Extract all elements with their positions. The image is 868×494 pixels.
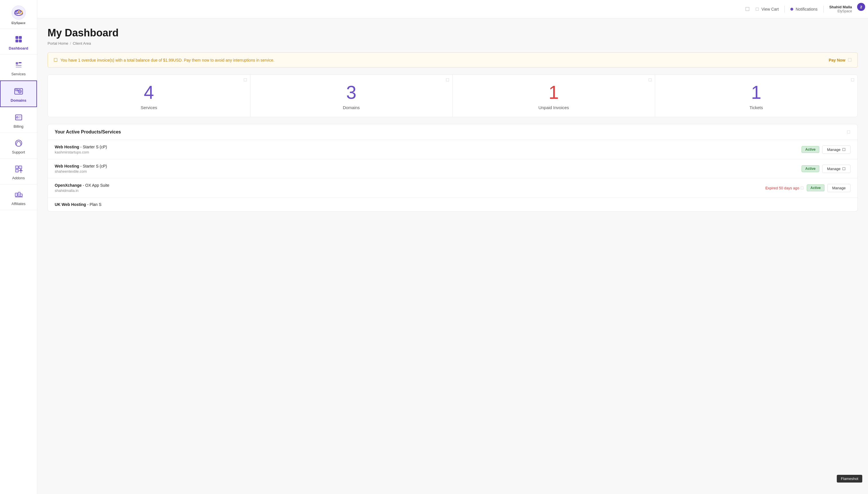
page-title: My Dashboard — [48, 27, 858, 39]
sidebar-item-billing[interactable]: $ Billing — [0, 107, 37, 133]
stat-corner-icon-tickets: ☐ — [851, 78, 854, 82]
support-icon — [14, 138, 24, 148]
notifications[interactable]: Notifications — [790, 7, 817, 12]
header-checkbox-icon[interactable]: ☐ — [745, 6, 750, 12]
svg-rect-28 — [16, 169, 18, 172]
product-actions: Expired 50 days ago ☐ Active Manage — [765, 184, 851, 192]
cart-checkbox: ☐ — [755, 7, 759, 12]
logo-icon — [11, 5, 26, 20]
user-name: Shahid Malla — [829, 5, 852, 9]
product-name: Web Hosting - Starter S (cP) — [55, 145, 107, 149]
svg-rect-8 — [19, 39, 22, 42]
affiliates-icon — [14, 190, 24, 200]
notification-badge[interactable]: 2 — [857, 3, 865, 11]
product-domain: kashmirstartups.com — [55, 150, 107, 154]
header: ☐ ☐ View Cart Notifications Shahid Malla… — [37, 0, 868, 18]
product-info: Web Hosting - Starter S (cP) shaheentext… — [55, 164, 107, 173]
stat-card-invoices[interactable]: ☐ 1 Unpaid Invoices — [453, 75, 655, 117]
active-products-section: Your Active Products/Services ☐ Web Host… — [48, 124, 858, 212]
manage-button[interactable]: Manage ☐ — [822, 146, 851, 154]
sidebar-item-affiliates[interactable]: Affiliates — [0, 185, 37, 210]
breadcrumb: Portal Home / Client Area — [48, 41, 858, 45]
addons-icon — [14, 164, 24, 174]
manage-dropdown-icon: ☐ — [842, 148, 846, 152]
header-divider-1 — [784, 6, 785, 13]
alert-icon: ☐ — [54, 57, 58, 63]
sidebar-item-domains[interactable]: www Domains — [0, 80, 37, 107]
stat-number-tickets: 1 — [751, 83, 761, 102]
stat-corner-icon: ☐ — [244, 78, 247, 82]
sidebar-item-label: Services — [12, 72, 26, 76]
expired-text: Expired 50 days ago ☐ — [765, 186, 804, 190]
alert-text: ☐ You have 1 overdue invoice(s) with a t… — [54, 57, 275, 63]
domains-icon: www — [14, 86, 24, 96]
stat-number-domains: 3 — [346, 83, 356, 102]
sidebar-item-services[interactable]: Services — [0, 55, 37, 80]
billing-icon: $ — [14, 112, 24, 122]
user-info[interactable]: Shahid Malla ElySpace — [829, 5, 852, 13]
status-badge: Active — [807, 185, 825, 191]
alert-banner: ☐ You have 1 overdue invoice(s) with a t… — [48, 52, 858, 68]
logo-text: ElySpace — [12, 21, 25, 25]
manage-dropdown-icon: ☐ — [842, 167, 846, 171]
product-row: Web Hosting - Starter S (cP) shaheentext… — [48, 159, 857, 178]
flameshot-tooltip: Flameshot — [837, 475, 862, 482]
svg-rect-5 — [16, 36, 18, 39]
sidebar-item-label: Support — [12, 150, 25, 154]
sidebar-item-addons[interactable]: Addons — [0, 159, 37, 185]
notification-dot — [790, 8, 793, 11]
dashboard-icon — [14, 34, 24, 44]
notifications-label: Notifications — [795, 7, 817, 12]
stat-label-domains: Domains — [343, 105, 360, 110]
stat-number-services: 4 — [144, 83, 154, 102]
product-name: UK Web Hosting - Plan S — [55, 202, 101, 207]
sidebar-item-label: Addons — [12, 176, 25, 180]
stat-card-tickets[interactable]: ☐ 1 Tickets — [655, 75, 858, 117]
product-actions: Active Manage ☐ — [801, 146, 851, 154]
product-row: UK Web Hosting - Plan S — [48, 197, 857, 211]
svg-rect-32 — [15, 193, 17, 196]
stat-card-services[interactable]: ☐ 4 Services — [48, 75, 250, 117]
breadcrumb-current: Client Area — [73, 41, 91, 45]
manage-button[interactable]: Manage — [827, 184, 851, 192]
sidebar-item-label: Affiliates — [12, 202, 25, 206]
alert-close[interactable]: ☐ — [848, 57, 852, 63]
sidebar-item-label: Billing — [14, 124, 23, 129]
manage-button[interactable]: Manage ☐ — [822, 165, 851, 173]
section-title: Your Active Products/Services — [55, 130, 121, 135]
status-badge: Active — [801, 165, 819, 172]
product-row: Web Hosting - Starter S (cP) kashmirstar… — [48, 140, 857, 159]
status-badge: Active — [801, 146, 819, 153]
content-area: My Dashboard Portal Home / Client Area ☐… — [37, 18, 868, 494]
svg-rect-27 — [19, 166, 22, 169]
stat-card-domains[interactable]: ☐ 3 Domains — [250, 75, 453, 117]
svg-rect-23 — [19, 117, 21, 117]
main-area: ☐ ☐ View Cart Notifications Shahid Malla… — [37, 0, 868, 494]
svg-rect-7 — [16, 39, 18, 42]
stat-label-services: Services — [141, 105, 157, 110]
sidebar-logo[interactable]: ElySpace — [0, 0, 37, 29]
section-header: Your Active Products/Services ☐ — [48, 124, 857, 140]
stats-grid: ☐ 4 Services ☐ 3 Domains ☐ 1 Unpaid Invo… — [48, 74, 858, 117]
section-expand-icon[interactable]: ☐ — [847, 130, 851, 134]
header-divider-2 — [823, 6, 824, 13]
product-row: OpenXchange - OX App Suite shahidmalla.i… — [48, 178, 857, 197]
sidebar-item-support[interactable]: Support — [0, 133, 37, 159]
stat-label-tickets: Tickets — [749, 105, 763, 110]
svg-rect-24 — [19, 118, 20, 118]
view-cart[interactable]: ☐ View Cart — [755, 7, 779, 12]
svg-rect-26 — [16, 166, 18, 169]
product-info: UK Web Hosting - Plan S — [55, 202, 101, 207]
sidebar-item-dashboard[interactable]: Dashboard — [0, 29, 37, 55]
stat-label-invoices: Unpaid Invoices — [538, 105, 569, 110]
pay-now-button[interactable]: Pay Now — [829, 58, 845, 62]
view-cart-label: View Cart — [761, 7, 779, 12]
sidebar-item-label: Dashboard — [9, 46, 29, 51]
breadcrumb-home[interactable]: Portal Home — [48, 41, 68, 45]
expired-icon: ☐ — [800, 186, 804, 190]
stat-number-invoices: 1 — [549, 83, 559, 102]
product-domain: shahidmalla.in — [55, 188, 109, 193]
alert-message: You have 1 overdue invoice(s) with a tot… — [60, 58, 275, 62]
svg-rect-10 — [19, 62, 21, 63]
product-name: Web Hosting - Starter S (cP) — [55, 164, 107, 168]
